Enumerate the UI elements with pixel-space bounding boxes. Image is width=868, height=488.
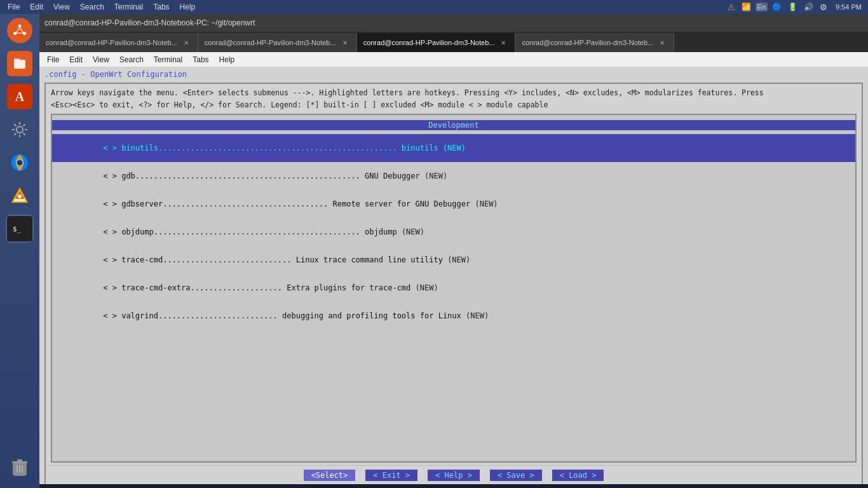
menu-item-binutils[interactable]: < > binutils............................…: [52, 134, 855, 162]
sidebar: A: [0, 14, 39, 488]
menu-item-gdbserver[interactable]: < > gdbserver...........................…: [52, 190, 855, 218]
tab-1-label: conrad@conrad-HP-Pavilion-dm3-Noteb...: [46, 39, 177, 46]
tab-4[interactable]: conrad@conrad-HP-Pavilion-dm3-Noteb... ✕: [515, 33, 674, 52]
sidebar-item-trash[interactable]: [6, 454, 34, 482]
battery-icon: 🔋: [786, 3, 799, 11]
sidebar-item-files[interactable]: [6, 50, 34, 78]
sidebar-item-vlc[interactable]: [6, 182, 34, 210]
instructions-line1: Arrow keys navigate the menu. <Enter> se…: [51, 88, 857, 98]
terminal-menu-tabs[interactable]: Tabs: [187, 54, 214, 65]
taskbar: File Edit View Search Terminal Tabs Help…: [0, 0, 868, 14]
menu-item-trace-cmd-extra[interactable]: < > trace-cmd-extra.................... …: [52, 274, 855, 302]
terminal-menu-bar: File Edit View Search Terminal Tabs Help: [39, 52, 868, 67]
tab-4-close[interactable]: ✕: [657, 38, 667, 48]
window-title: conrad@conrad-HP-Pavilion-dm3-Notebook-P…: [44, 18, 863, 27]
save-button[interactable]: < Save >: [490, 470, 542, 481]
load-button[interactable]: < Load >: [552, 470, 604, 481]
menu-file[interactable]: File: [3, 1, 25, 13]
item-name: binutils: [121, 144, 158, 152]
config-header: .config - OpenWrt Configuration: [39, 67, 868, 80]
svg-rect-5: [14, 58, 20, 61]
svg-point-6: [17, 126, 23, 133]
svg-point-1: [18, 25, 22, 28]
tab-1[interactable]: conrad@conrad-HP-Pavilion-dm3-Noteb... ✕: [39, 33, 198, 52]
menu-terminal[interactable]: Terminal: [109, 1, 148, 13]
terminal-menu-terminal[interactable]: Terminal: [149, 54, 187, 65]
taskbar-left: File Edit View Search Terminal Tabs Help: [0, 1, 200, 13]
item-badge: (NEW): [443, 144, 466, 152]
help-button[interactable]: < Help >: [428, 470, 480, 481]
bottom-bar: [39, 484, 868, 488]
terminal-window: conrad@conrad-HP-Pavilion-dm3-Notebook-P…: [39, 14, 868, 488]
menu-item-valgrind[interactable]: < > valgrind.......................... d…: [52, 302, 855, 330]
tab-1-close[interactable]: ✕: [181, 38, 191, 48]
volume-icon: 🔊: [802, 3, 815, 11]
svg-point-9: [17, 160, 22, 165]
tab-2-label: conrad@conrad-HP-Pavilion-dm3-Noteb...: [205, 39, 336, 46]
menu-item-objdump[interactable]: < > objdump.............................…: [52, 218, 855, 246]
config-label: .config - OpenWrt Configuration: [44, 70, 187, 79]
instructions-line2: <Esc><Esc> to exit, <?> for Help, </> fo…: [51, 100, 857, 111]
menu-tabs[interactable]: Tabs: [148, 1, 174, 13]
tab-bar: conrad@conrad-HP-Pavilion-dm3-Noteb... ✕…: [39, 32, 868, 52]
clock: 9:54 PM: [832, 3, 865, 11]
terminal-menu-search[interactable]: Search: [114, 54, 149, 65]
bluetooth-icon: 🔵: [770, 3, 783, 11]
sidebar-item-settings[interactable]: [6, 116, 34, 144]
taskbar-right: ⚠ 📶 En 🔵 🔋 🔊 ⚙ 9:54 PM: [726, 0, 865, 14]
menu-item-gdb[interactable]: < > gdb.................................…: [52, 162, 855, 190]
tab-2[interactable]: conrad@conrad-HP-Pavilion-dm3-Noteb... ✕: [198, 33, 357, 52]
svg-rect-4: [14, 60, 25, 69]
select-button[interactable]: <Select>: [304, 470, 356, 481]
menu-view[interactable]: View: [48, 1, 75, 13]
svg-rect-11: [14, 199, 25, 201]
svg-rect-17: [12, 461, 27, 463]
tab-3[interactable]: conrad@conrad-HP-Pavilion-dm3-Noteb... ✕: [357, 33, 516, 52]
system-gear-icon[interactable]: ⚙: [818, 3, 829, 12]
locale-indicator[interactable]: En: [756, 3, 768, 11]
title-bar: conrad@conrad-HP-Pavilion-dm3-Notebook-P…: [39, 14, 868, 32]
warning-icon: ⚠: [726, 3, 737, 12]
sidebar-item-terminal[interactable]: $_: [6, 215, 34, 243]
terminal-menu-file[interactable]: File: [42, 54, 64, 65]
menu-edit[interactable]: Edit: [25, 1, 48, 13]
wifi-icon: 📶: [740, 3, 753, 11]
tab-3-close[interactable]: ✕: [498, 38, 508, 48]
tab-4-label: conrad@conrad-HP-Pavilion-dm3-Noteb...: [522, 39, 653, 46]
menu-help[interactable]: Help: [175, 1, 201, 13]
tab-2-close[interactable]: ✕: [340, 38, 350, 48]
terminal-menu-help[interactable]: Help: [214, 54, 240, 65]
section-title: Development: [52, 120, 855, 130]
menu-search[interactable]: Search: [75, 1, 109, 13]
item-dots: ........................................…: [158, 144, 402, 152]
menu-list-area[interactable]: Development < > binutils................…: [51, 114, 857, 463]
terminal-content: .config - OpenWrt Configuration Arrow ke…: [39, 67, 868, 488]
svg-text:$_: $_: [13, 225, 22, 233]
svg-rect-18: [17, 459, 22, 461]
sidebar-item-firefox[interactable]: [6, 149, 34, 177]
instructions-area: Arrow keys navigate the menu. <Enter> se…: [46, 84, 862, 114]
sidebar-item-ubuntu[interactable]: [6, 17, 34, 44]
terminal-menu-view[interactable]: View: [88, 54, 114, 65]
tab-3-label: conrad@conrad-HP-Pavilion-dm3-Noteb...: [363, 39, 495, 46]
item-desc: binutils: [402, 144, 443, 152]
terminal-menu-edit[interactable]: Edit: [64, 54, 88, 65]
item-prefix: < >: [103, 144, 121, 152]
exit-button[interactable]: < Exit >: [365, 470, 417, 481]
bottom-buttons: <Select> < Exit > < Help > < Save > < Lo…: [46, 465, 862, 484]
sidebar-item-font-manager[interactable]: A: [6, 83, 34, 111]
svg-point-13: [18, 194, 22, 198]
menu-item-trace-cmd[interactable]: < > trace-cmd...........................…: [52, 246, 855, 274]
config-box: Arrow keys navigate the menu. <Enter> se…: [44, 83, 863, 485]
